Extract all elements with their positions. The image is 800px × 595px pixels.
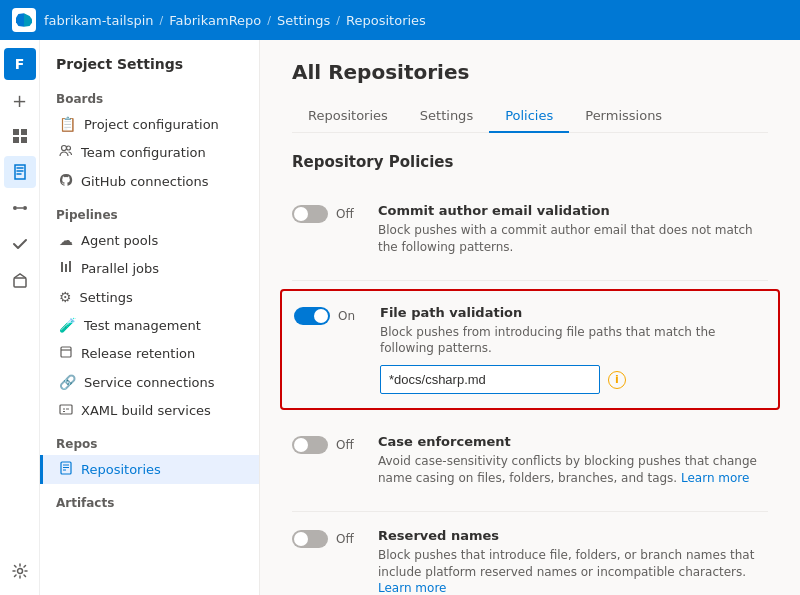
svg-rect-13 <box>61 347 71 357</box>
breadcrumb-repo[interactable]: FabrikamRepo <box>169 13 261 28</box>
toggle-area-case-enforcement: Off <box>292 434 362 454</box>
policy-row-case-enforcement: Off Case enforcement Avoid case-sensitiv… <box>292 418 768 512</box>
test-management-icon: 🧪 <box>59 317 76 333</box>
settings-nav-icon[interactable] <box>4 555 36 587</box>
sidebar-item-project-config[interactable]: 📋 Project configuration <box>40 110 259 138</box>
policy-input-row-file-path: i <box>380 365 766 394</box>
team-config-icon <box>59 144 73 161</box>
policy-desc-case-enforcement: Avoid case-sensitivity conflicts by bloc… <box>378 453 768 487</box>
sidebar: Project Settings Boards 📋 Project config… <box>40 40 260 595</box>
policy-name-file-path: File path validation <box>380 305 766 320</box>
sidebar-item-repositories[interactable]: Repositories <box>40 455 259 484</box>
info-icon-file-path: i <box>608 371 626 389</box>
policy-name-reserved-names: Reserved names <box>378 528 768 543</box>
svg-rect-3 <box>21 137 27 143</box>
breadcrumb-org[interactable]: fabrikam-tailspin <box>44 13 154 28</box>
artifacts-nav-icon[interactable] <box>4 264 36 296</box>
reserved-names-learn-more[interactable]: Learn more <box>378 581 446 595</box>
svg-rect-6 <box>14 278 26 287</box>
sidebar-item-agent-pools[interactable]: ☁ Agent pools <box>40 226 259 254</box>
toggle-label-reserved-names: Off <box>336 532 354 546</box>
section-repos: Repos <box>40 425 259 455</box>
sidebar-item-team-config[interactable]: Team configuration <box>40 138 259 167</box>
agent-pools-icon: ☁ <box>59 232 73 248</box>
pipelines-nav-icon[interactable] <box>4 192 36 224</box>
top-nav: fabrikam-tailspin / FabrikamRepo / Setti… <box>0 0 800 40</box>
sidebar-item-service-connections[interactable]: 🔗 Service connections <box>40 368 259 396</box>
toggle-area-commit-author: Off <box>292 203 362 223</box>
icon-bar: F + <box>0 40 40 595</box>
policy-name-case-enforcement: Case enforcement <box>378 434 768 449</box>
user-avatar[interactable]: F <box>4 48 36 80</box>
svg-rect-2 <box>13 137 19 143</box>
release-retention-icon <box>59 345 73 362</box>
section-artifacts: Artifacts <box>40 484 259 514</box>
svg-rect-12 <box>69 261 71 272</box>
xaml-build-icon <box>59 402 73 419</box>
policy-desc-file-path: Block pushes from introducing file paths… <box>380 324 766 358</box>
toggle-reserved-names[interactable] <box>292 530 328 548</box>
pipeline-settings-icon: ⚙ <box>59 289 72 305</box>
azure-devops-logo[interactable] <box>12 8 36 32</box>
policy-name-commit-author: Commit author email validation <box>378 203 768 218</box>
file-path-input[interactable] <box>380 365 600 394</box>
sidebar-item-test-management[interactable]: 🧪 Test management <box>40 311 259 339</box>
toggle-label-file-path: On <box>338 309 355 323</box>
breadcrumb: fabrikam-tailspin / FabrikamRepo / Setti… <box>44 13 426 28</box>
policy-desc-reserved-names: Block pushes that introduce file, folder… <box>378 547 768 595</box>
tab-settings[interactable]: Settings <box>404 100 489 133</box>
svg-rect-10 <box>61 262 63 272</box>
add-button[interactable]: + <box>4 84 36 116</box>
toggle-case-enforcement[interactable] <box>292 436 328 454</box>
svg-rect-0 <box>13 129 19 135</box>
tabs: Repositories Settings Policies Permissio… <box>292 100 768 133</box>
toggle-label-case-enforcement: Off <box>336 438 354 452</box>
page-title: All Repositories <box>292 60 768 84</box>
service-connections-icon: 🔗 <box>59 374 76 390</box>
policy-row-reserved-names: Off Reserved names Block pushes that int… <box>292 512 768 595</box>
svg-point-4 <box>13 206 17 210</box>
sidebar-title: Project Settings <box>40 52 259 80</box>
sidebar-item-settings[interactable]: ⚙ Settings <box>40 283 259 311</box>
sidebar-item-github[interactable]: GitHub connections <box>40 167 259 196</box>
policy-desc-commit-author: Block pushes with a commit author email … <box>378 222 768 256</box>
toggle-area-file-path: On <box>294 305 364 325</box>
svg-point-5 <box>23 206 27 210</box>
testplans-nav-icon[interactable] <box>4 228 36 260</box>
svg-rect-1 <box>21 129 27 135</box>
sidebar-item-xaml-build[interactable]: XAML build services <box>40 396 259 425</box>
section-boards: Boards <box>40 80 259 110</box>
policy-row-commit-author: Off Commit author email validation Block… <box>292 187 768 281</box>
breadcrumb-settings[interactable]: Settings <box>277 13 330 28</box>
section-title: Repository Policies <box>292 153 768 171</box>
tab-repositories[interactable]: Repositories <box>292 100 404 133</box>
breadcrumb-repositories[interactable]: Repositories <box>346 13 426 28</box>
svg-point-9 <box>67 146 71 150</box>
toggle-label-commit-author: Off <box>336 207 354 221</box>
project-config-icon: 📋 <box>59 116 76 132</box>
svg-rect-11 <box>65 264 67 272</box>
parallel-jobs-icon <box>59 260 73 277</box>
repos-nav-icon[interactable] <box>4 156 36 188</box>
case-enforcement-learn-more[interactable]: Learn more <box>681 471 749 485</box>
policy-row-file-path: On File path validation Block pushes fro… <box>280 289 780 411</box>
tab-policies[interactable]: Policies <box>489 100 569 133</box>
repositories-icon <box>59 461 73 478</box>
section-pipelines: Pipelines <box>40 196 259 226</box>
toggle-area-reserved-names: Off <box>292 528 362 548</box>
sidebar-item-release-retention[interactable]: Release retention <box>40 339 259 368</box>
toggle-file-path[interactable] <box>294 307 330 325</box>
toggle-commit-author[interactable] <box>292 205 328 223</box>
github-icon <box>59 173 73 190</box>
tab-permissions[interactable]: Permissions <box>569 100 678 133</box>
svg-point-7 <box>17 569 22 574</box>
svg-point-8 <box>62 146 67 151</box>
sidebar-item-parallel-jobs[interactable]: Parallel jobs <box>40 254 259 283</box>
main-content: All Repositories Repositories Settings P… <box>260 40 800 595</box>
boards-nav-icon[interactable] <box>4 120 36 152</box>
